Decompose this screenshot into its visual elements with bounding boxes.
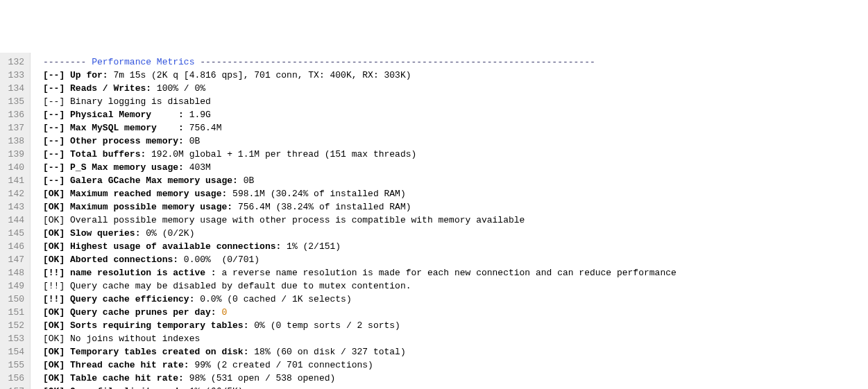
section-header: -------- Performance Metrics -----------… [43,55,676,69]
metric-label: Query cache efficiency: [70,294,194,304]
code-line: [OK] Highest usage of available connecti… [43,240,676,253]
status-tag: [OK] [43,202,65,212]
metric-label: Up for: [70,70,108,80]
status-tag: [--] [43,70,65,80]
metric-label: Temporary tables created on disk: [70,347,248,357]
code-line: [OK] Thread cache hit rate: 99% (2 creat… [43,358,676,372]
line-number: 132 [4,55,24,69]
metric-label: Max MySQL memory : [70,123,184,133]
status-tag: [OK] [43,347,65,357]
line-number-gutter: 1321331341351361371381391401411421431441… [0,53,31,389]
metric-value: 0.00% (0/701) [178,254,259,265]
status-tag: [OK] [43,373,65,383]
metric-value: Query cache may be disabled by default d… [70,281,411,291]
code-line: [OK] Sorts requiring temporary tables: 0… [43,319,676,332]
line-number: 142 [4,187,24,200]
metric-value: 0.0% (0 cached / 1K selects) [194,294,351,304]
metric-value: 99% (2 created / 701 connections) [189,360,373,370]
status-tag: [!!] [43,294,65,304]
metric-value: No joins without indexes [70,334,200,344]
metric-value: 756.4M [184,123,222,133]
metric-value: 1% (2/151) [281,241,341,252]
code-line: [--] Reads / Writes: 100% / 0% [43,82,676,95]
status-tag: [OK] [43,189,65,199]
metric-value: 7m 15s (2K q [4.816 qps], 701 conn, TX: … [108,70,411,80]
metric-label: Open file limit used: [70,386,184,389]
status-tag: [OK] [43,334,65,344]
line-number: 145 [4,227,24,240]
line-number: 153 [4,332,24,345]
code-line: [--] Up for: 7m 15s (2K q [4.816 qps], 7… [43,69,676,82]
code-line: [--] Other process memory: 0B [43,135,676,148]
metric-value: Binary logging is disabled [70,96,211,107]
code-line: [OK] Overall possible memory usage with … [43,214,676,227]
metric-label: Sorts requiring temporary tables: [70,320,248,331]
status-tag: [--] [43,96,65,107]
metric-value: 0% (0 temp sorts / 2 sorts) [248,320,400,331]
line-number: 138 [4,135,24,148]
metric-label: Table cache hit rate: [70,373,184,383]
code-line: [OK] Maximum possible memory usage: 756.… [43,200,676,214]
metric-label: Aborted connections: [70,254,178,265]
code-viewer: 1321331341351361371381391401411421431441… [0,53,868,389]
status-tag: [OK] [43,228,65,239]
metric-label: name resolution is active : [70,268,216,278]
metric-value: 18% (60 on disk / 327 total) [248,347,405,357]
status-tag: [OK] [43,241,65,252]
status-tag: [!!] [43,281,65,291]
code-line: [OK] Open file limit used: 1% (66/5K) [43,385,676,389]
code-line: [OK] Query cache prunes per day: 0 [43,306,676,319]
metric-value: 1.9G [184,110,211,120]
code-content[interactable]: -------- Performance Metrics -----------… [31,53,676,389]
metric-label: Maximum reached memory usage: [70,189,227,199]
metric-value: 0% (0/2K) [140,228,194,239]
code-line: [--] Max MySQL memory : 756.4M [43,121,676,135]
line-number: 157 [4,385,24,389]
code-line: [OK] Aborted connections: 0.00% (0/701) [43,253,676,266]
line-number: 141 [4,174,24,187]
status-tag: [--] [43,83,65,94]
line-number: 156 [4,372,24,385]
status-tag: [--] [43,149,65,159]
header-dash-right: ----------------------------------------… [194,57,595,67]
code-line: [--] Binary logging is disabled [43,95,676,108]
line-number: 155 [4,358,24,372]
code-line: [--] Galera GCache Max memory usage: 0B [43,174,676,187]
code-line: [OK] Temporary tables created on disk: 1… [43,345,676,358]
code-line: [OK] Table cache hit rate: 98% (531 open… [43,372,676,385]
line-number: 146 [4,240,24,253]
metric-value: a reverse name resolution is made for ea… [216,268,676,278]
line-number: 154 [4,345,24,358]
status-tag: [OK] [43,386,65,389]
metric-label: Maximum possible memory usage: [70,202,232,212]
code-line: [--] Physical Memory : 1.9G [43,108,676,121]
metric-value: Overall possible memory usage with other… [70,215,525,225]
metric-label: Total buffers: [70,149,146,159]
line-number: 151 [4,306,24,319]
line-number: 144 [4,214,24,227]
metric-label: Highest usage of available connections: [70,241,281,252]
metric-label: Reads / Writes: [70,83,151,94]
metric-value: 192.0M global + 1.1M per thread (151 max… [146,149,416,159]
line-number: 150 [4,293,24,306]
code-line: [OK] Maximum reached memory usage: 598.1… [43,187,676,200]
line-number: 136 [4,108,24,121]
code-line: [!!] Query cache may be disabled by defa… [43,279,676,293]
line-number: 134 [4,82,24,95]
metric-value: 98% (531 open / 538 opened) [184,373,335,383]
metric-value: 598.1M (30.24% of installed RAM) [227,189,405,199]
status-tag: [OK] [43,360,65,370]
line-number: 143 [4,200,24,214]
metric-label: Query cache prunes per day: [70,307,216,318]
line-number: 148 [4,266,24,279]
code-line: [OK] Slow queries: 0% (0/2K) [43,227,676,240]
header-dash-left: -------- [43,57,92,67]
metric-label: Physical Memory : [70,110,184,120]
metric-value: 756.4M (38.24% of installed RAM) [232,202,411,212]
line-number: 135 [4,95,24,108]
metric-label: Other process memory: [70,136,184,146]
code-line: [!!] name resolution is active : a rever… [43,266,676,279]
metric-value: 1% (66/5K) [184,386,244,389]
metric-value-highlight: 0 [221,307,227,318]
metric-value: 0B [184,136,200,146]
